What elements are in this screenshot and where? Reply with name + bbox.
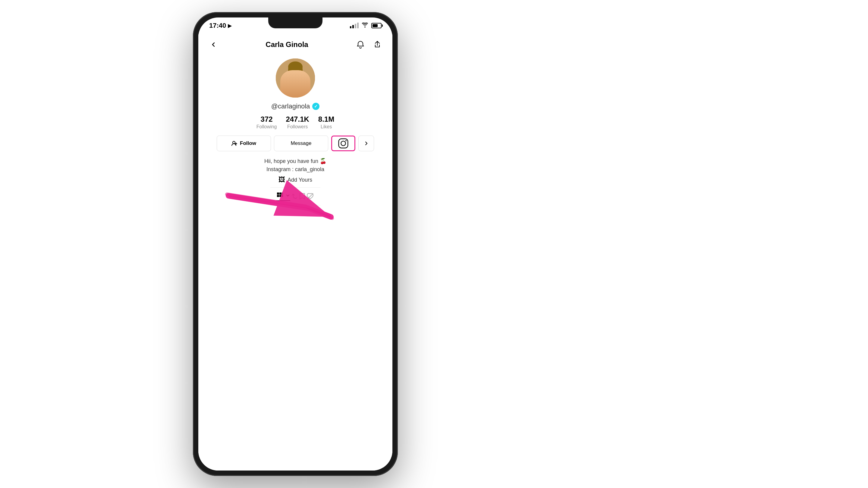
nav-bar: Carla Ginola — [198, 34, 393, 56]
location-icon: ▶ — [228, 23, 231, 29]
followers-count: 247.1K — [286, 115, 309, 124]
avatar[interactable] — [276, 59, 315, 98]
add-yours-icon: 🖼 — [278, 176, 285, 184]
time-display: 17:40 — [209, 22, 226, 30]
svg-point-2 — [285, 81, 306, 96]
notification-button[interactable] — [354, 38, 367, 51]
svg-rect-18 — [282, 195, 283, 197]
app-content: Carla Ginola — [198, 34, 393, 470]
likes-stat[interactable]: 8.1M Likes — [318, 115, 334, 130]
following-label: Following — [256, 124, 277, 130]
tab-bookmarks[interactable] — [299, 192, 306, 201]
status-icons — [350, 23, 381, 29]
tab-grid[interactable] — [276, 192, 290, 201]
profile-section: @carlaginola ✓ 372 Following 247.1K Foll… — [198, 56, 393, 263]
status-time: 17:40 ▶ — [209, 22, 231, 30]
phone-frame: 17:40 ▶ — [193, 12, 398, 476]
svg-rect-6 — [300, 67, 303, 78]
following-stat[interactable]: 372 Following — [256, 115, 277, 130]
add-yours-button[interactable]: 🖼 Add Yours — [264, 176, 327, 184]
wifi-icon — [362, 23, 368, 29]
svg-rect-14 — [279, 193, 281, 195]
verified-badge: ✓ — [312, 103, 319, 110]
username-row: @carlaginola ✓ — [271, 102, 320, 110]
svg-point-8 — [297, 71, 299, 73]
tab-liked[interactable] — [306, 192, 314, 201]
svg-rect-10 — [339, 139, 348, 148]
add-yours-label: Add Yours — [287, 177, 312, 183]
username: @carlaginola — [271, 102, 310, 110]
stats-row: 372 Following 247.1K Followers 8.1M Like… — [207, 115, 383, 130]
back-button[interactable] — [207, 38, 219, 51]
following-count: 372 — [261, 115, 273, 124]
action-buttons: Follow Message — [207, 135, 383, 151]
svg-rect-17 — [279, 195, 281, 197]
svg-point-7 — [292, 71, 294, 73]
content-tabs — [270, 187, 320, 205]
follow-label: Follow — [240, 140, 256, 147]
message-button[interactable]: Message — [274, 135, 328, 151]
bio-line1: Hii, hope you have fun 🍒 — [264, 157, 327, 165]
followers-label: Followers — [287, 124, 308, 130]
instagram-button[interactable] — [331, 135, 355, 151]
svg-point-12 — [345, 140, 347, 141]
bio-line2: Instagram : carla_ginola — [264, 165, 327, 173]
svg-point-9 — [233, 141, 235, 144]
likes-count: 8.1M — [318, 115, 334, 124]
nav-actions — [354, 38, 383, 51]
signal-bars-icon — [350, 23, 359, 28]
likes-label: Likes — [321, 124, 332, 130]
tab-repost[interactable] — [290, 192, 299, 201]
avatar-image — [276, 59, 315, 98]
battery-icon — [371, 23, 381, 28]
follow-button[interactable]: Follow — [217, 135, 271, 151]
message-label: Message — [291, 140, 312, 147]
svg-rect-3 — [285, 84, 306, 98]
svg-point-4 — [288, 61, 303, 72]
more-button[interactable] — [358, 135, 374, 151]
svg-rect-15 — [282, 193, 283, 195]
profile-name-header: Carla Ginola — [266, 40, 308, 49]
share-button[interactable] — [371, 38, 383, 51]
video-grid: ▶ wedding 🎀🎀🤍 ▶ makeup and stuff — [293, 208, 298, 263]
svg-rect-16 — [277, 195, 279, 197]
svg-rect-5 — [288, 67, 291, 78]
bio-section: Hii, hope you have fun 🍒 Instagram : car… — [258, 157, 333, 184]
phone-device: 17:40 ▶ — [193, 12, 398, 476]
followers-stat[interactable]: 247.1K Followers — [286, 115, 309, 130]
svg-rect-13 — [277, 193, 279, 195]
phone-screen: 17:40 ▶ — [198, 18, 393, 470]
svg-point-11 — [341, 141, 345, 145]
notch — [268, 18, 322, 28]
